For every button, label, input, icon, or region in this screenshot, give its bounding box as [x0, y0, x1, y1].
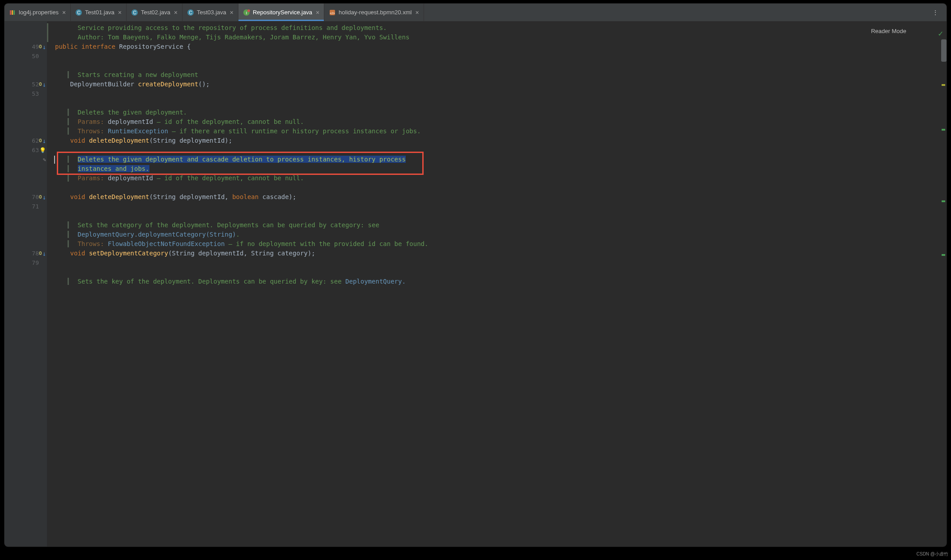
svg-text:I: I [246, 11, 247, 15]
gutter-row[interactable]: 49O↓ [4, 42, 47, 51]
java-interface-icon: I [243, 9, 250, 16]
gutter-row[interactable]: 63💡 [4, 145, 47, 155]
implements-arrow-icon[interactable]: ↓ [42, 194, 46, 201]
code-line[interactable] [47, 211, 634, 221]
gutter-row [4, 164, 47, 174]
code-line[interactable]: instances and jobs. [47, 164, 634, 174]
gutter-row[interactable]: 53 [4, 89, 47, 98]
svg-rect-0 [10, 10, 11, 15]
gutter-row [4, 183, 47, 192]
code-line[interactable] [47, 183, 634, 192]
ide-window: log4j.properties × C Test01.java × C Tes… [4, 4, 634, 373]
gutter-row [4, 23, 47, 33]
code-line[interactable]: Sets the category of the deployment. Dep… [47, 221, 634, 230]
close-icon[interactable]: × [230, 9, 234, 16]
gutter-row [4, 61, 47, 70]
edit-pencil-icon[interactable]: ✎ [43, 157, 46, 163]
code-editor[interactable]: Reader Mode Service providing access to … [47, 21, 634, 373]
code-line[interactable]: void deleteDeployment(String deploymentI… [47, 136, 634, 145]
gutter-row [4, 127, 47, 136]
tab-repository-service[interactable]: I RepositoryService.java × [238, 4, 324, 21]
java-class-icon: C [187, 9, 194, 16]
gutter-row [4, 267, 47, 277]
gutter: 49O↓ 50 52O↓ 53 62O↓ 63💡 ✎ 70O↓ 71 78O↓ … [4, 21, 47, 373]
properties-file-icon [9, 9, 16, 16]
tab-log4j[interactable]: log4j.properties × [4, 4, 71, 21]
code-line[interactable]: Throws: RuntimeException – if there are … [47, 127, 634, 136]
svg-point-11 [247, 9, 250, 12]
code-line[interactable]: Params: deploymentId – id of the deploym… [47, 117, 634, 127]
close-icon[interactable]: × [62, 9, 66, 16]
code-line[interactable]: Params: deploymentId – id of the deploym… [47, 174, 634, 183]
code-line[interactable]: Service providing access to the reposito… [47, 23, 634, 33]
tab-test01[interactable]: C Test01.java × [71, 4, 127, 21]
intention-bulb-icon[interactable]: 💡 [39, 147, 46, 153]
xml-file-icon: </> [329, 9, 336, 16]
code-line[interactable]: Throws: FlowableObjectNotFoundException … [47, 239, 634, 249]
svg-text:C: C [133, 10, 136, 15]
editor-tabbar: log4j.properties × C Test01.java × C Tes… [4, 4, 634, 21]
code-line[interactable] [47, 61, 634, 70]
gutter-row[interactable]: 50 [4, 51, 47, 61]
code-line[interactable] [47, 267, 634, 277]
gutter-row [4, 70, 47, 80]
override-icon[interactable]: O [39, 138, 42, 144]
code-line[interactable]: DeploymentQuery.deploymentCategory(Strin… [47, 230, 634, 239]
code-line[interactable]: Deletes the given deployment and cascade… [47, 155, 634, 164]
code-line[interactable]: Author: Tom Baeyens, Falko Menge, Tijs R… [47, 33, 634, 42]
gutter-row[interactable]: 71 [4, 202, 47, 211]
implements-arrow-icon[interactable]: ↓ [42, 81, 46, 88]
code-line[interactable]: DeploymentBuilder createDeployment(); [47, 80, 634, 89]
java-class-icon: C [131, 9, 138, 16]
svg-text:</>: </> [330, 11, 335, 15]
close-icon[interactable]: × [316, 9, 319, 16]
gutter-row[interactable]: 70O↓ [4, 192, 47, 202]
gutter-row [4, 33, 47, 42]
close-icon[interactable]: × [118, 9, 122, 16]
svg-rect-1 [12, 10, 13, 15]
gutter-row [4, 239, 47, 249]
tab-test02[interactable]: C Test02.java × [127, 4, 183, 21]
code-line[interactable] [47, 202, 634, 211]
code-line[interactable]: public interface RepositoryService { [47, 42, 634, 51]
gutter-row[interactable]: 78O↓ [4, 249, 47, 258]
code-line[interactable]: Sets the key of the deployment. Deployme… [47, 277, 634, 286]
gutter-row[interactable]: 79 [4, 258, 47, 267]
implements-arrow-icon[interactable]: ↓ [42, 137, 46, 144]
code-line[interactable]: Starts creating a new deployment [47, 70, 634, 80]
code-line[interactable]: void setDeploymentCategory(String deploy… [47, 249, 634, 258]
code-line[interactable] [47, 258, 634, 267]
close-icon[interactable]: × [174, 9, 178, 16]
code-line[interactable] [47, 98, 634, 108]
tab-label: RepositoryService.java [253, 9, 312, 16]
override-icon[interactable]: O [39, 44, 42, 50]
svg-rect-2 [13, 10, 15, 15]
tab-test03[interactable]: C Test03.java × [183, 4, 238, 21]
tab-label: Test02.java [141, 9, 170, 16]
implements-arrow-icon[interactable]: ↓ [42, 250, 46, 257]
gutter-row [4, 108, 47, 117]
close-icon[interactable]: × [415, 9, 419, 16]
code-line[interactable] [47, 89, 634, 98]
code-line[interactable]: Deletes the given deployment. [47, 108, 634, 117]
gutter-row [4, 174, 47, 183]
tab-holiday-request[interactable]: </> holiday-request.bpmn20.xml × [324, 4, 424, 21]
text-cursor [54, 156, 55, 164]
java-class-icon: C [75, 9, 82, 16]
gutter-row[interactable]: 62O↓ [4, 136, 47, 145]
gutter-row: ✎ [4, 155, 47, 164]
tab-label: Test03.java [197, 9, 226, 16]
gutter-row [4, 98, 47, 108]
gutter-row [4, 211, 47, 221]
code-line[interactable]: void deleteDeployment(String deploymentI… [47, 192, 634, 202]
override-icon[interactable]: O [39, 194, 42, 200]
tabbar-spacer [424, 4, 634, 21]
override-icon[interactable]: O [39, 81, 42, 87]
gutter-row [4, 117, 47, 127]
override-icon[interactable]: O [39, 250, 42, 256]
gutter-row[interactable]: 52O↓ [4, 80, 47, 89]
implements-arrow-icon[interactable]: ↓ [42, 43, 46, 51]
code-line[interactable] [47, 145, 634, 155]
code-line[interactable] [47, 51, 634, 61]
gutter-row [4, 230, 47, 239]
